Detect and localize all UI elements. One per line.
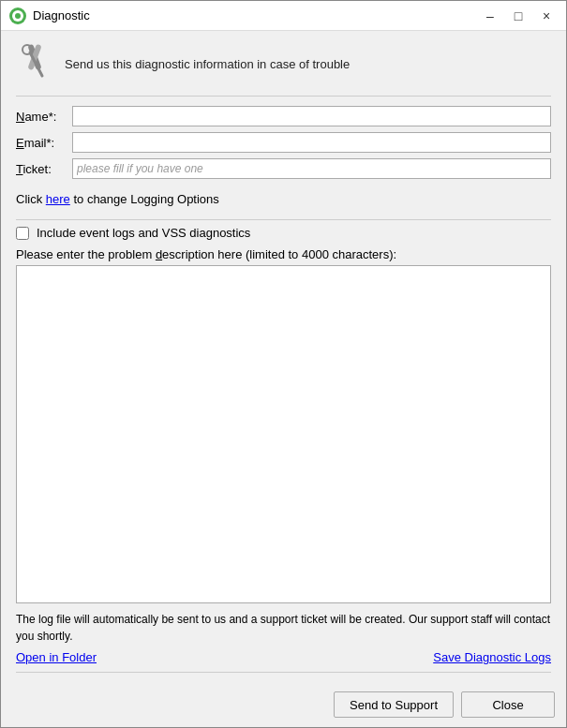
- save-logs-link[interactable]: Save Diagnostic Logs: [433, 650, 551, 664]
- minimize-button[interactable]: –: [478, 7, 502, 25]
- open-folder-link[interactable]: Open in Folder: [16, 650, 97, 664]
- description-textarea[interactable]: [16, 265, 551, 603]
- event-logs-label[interactable]: Include event logs and VSS diagnostics: [37, 226, 250, 240]
- window-controls: – □ ×: [478, 7, 559, 25]
- dialog-content: Send us this diagnostic information in c…: [1, 31, 566, 684]
- maximize-button[interactable]: □: [506, 7, 530, 25]
- email-row: Email*:: [16, 132, 551, 153]
- header-section: Send us this diagnostic information in c…: [16, 42, 551, 97]
- name-label: Name*:: [16, 110, 72, 124]
- email-input[interactable]: [72, 132, 551, 153]
- textarea-wrapper: [16, 265, 551, 603]
- description-label: Please enter the problem description her…: [16, 247, 551, 261]
- logging-link[interactable]: here: [46, 192, 70, 206]
- divider-1: [16, 219, 551, 220]
- footer-text: The log file will automatically be sent …: [16, 611, 551, 645]
- event-logs-checkbox[interactable]: [16, 227, 29, 240]
- name-input[interactable]: [72, 106, 551, 126]
- footer-links: Open in Folder Save Diagnostic Logs: [16, 650, 551, 673]
- checkbox-row: Include event logs and VSS diagnostics: [16, 226, 551, 240]
- header-text: Send us this diagnostic information in c…: [65, 57, 350, 71]
- ticket-row: Ticket:: [16, 158, 551, 179]
- app-icon: [8, 7, 27, 25]
- logging-suffix: to change Logging Options: [73, 192, 218, 206]
- logging-link-row: Click here to change Logging Options: [16, 192, 551, 206]
- name-row: Name*:: [16, 106, 551, 126]
- ticket-label: Ticket:: [16, 162, 72, 176]
- window-title: Diagnostic: [33, 8, 478, 22]
- ticket-input[interactable]: [72, 158, 551, 179]
- send-to-support-button[interactable]: Send to Support: [334, 691, 454, 718]
- close-button[interactable]: Close: [461, 691, 555, 718]
- logging-prefix: Click: [16, 192, 46, 206]
- title-bar: Diagnostic – □ ×: [1, 1, 566, 31]
- form-section: Name*: Email*: Ticket:: [16, 106, 551, 185]
- button-bar: Send to Support Close: [1, 684, 566, 727]
- diagnostic-window: Diagnostic – □ × Send us this diagnostic…: [0, 0, 567, 728]
- diagnostic-icon: [16, 42, 53, 86]
- svg-point-2: [15, 13, 21, 19]
- email-label: Email*:: [16, 136, 72, 150]
- close-window-button[interactable]: ×: [534, 7, 559, 25]
